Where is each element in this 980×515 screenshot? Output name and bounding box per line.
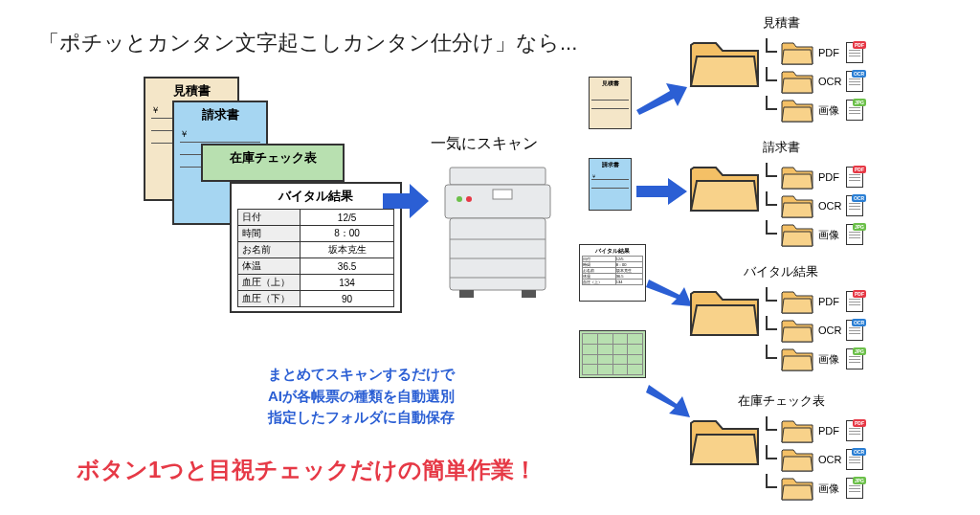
type-ocr: OCR <box>818 200 842 212</box>
type-ocr: OCR <box>818 325 842 336</box>
file-icon: JPG <box>846 348 863 369</box>
folder-icon <box>781 164 814 190</box>
ocr-badge: OCR <box>852 70 866 78</box>
folder-icon <box>781 317 814 344</box>
folder-icon <box>781 288 814 315</box>
svg-rect-0 <box>450 168 546 185</box>
type-img: 画像 <box>818 228 842 242</box>
folder-icon <box>781 446 814 473</box>
folder-icon <box>781 39 814 66</box>
mini-doc-zaiko <box>579 330 646 378</box>
file-icon: JPG <box>846 478 863 499</box>
doc-zaiko-title: 在庫チェック表 <box>209 149 337 167</box>
jpg-badge: JPG <box>853 223 866 231</box>
folder-label: 請求書 <box>699 139 863 156</box>
pdf-badge: PDF <box>853 166 866 173</box>
jpg-badge: JPG <box>853 477 866 484</box>
doc-seikyu-title: 請求書 <box>180 106 260 123</box>
file-icon: PDF <box>846 167 863 188</box>
file-icon: OCR <box>846 449 863 470</box>
type-img: 画像 <box>818 103 842 118</box>
file-icon: JPG <box>846 224 863 245</box>
summary-line: AIが各帳票の種類を自動選別 <box>268 386 455 408</box>
svg-point-4 <box>466 196 472 202</box>
folder-icon <box>689 34 761 91</box>
summary-line: 指定したフォルダに自動保存 <box>268 407 455 429</box>
pdf-badge: PDF <box>853 41 866 49</box>
folder-label: 在庫チェック表 <box>699 392 863 410</box>
svg-rect-9 <box>459 290 474 298</box>
type-pdf: PDF <box>818 171 842 183</box>
split-arrow-up1-icon <box>632 81 689 115</box>
summary-text: まとめてスキャンするだけで AIが各帳票の種類を自動選別 指定したフォルダに自動… <box>268 364 455 429</box>
folder-icon <box>689 282 761 340</box>
mini-doc-vital: バイタル結果 日付12/5 時間8：00 お名前坂本克生 体温36.5 血圧（上… <box>579 244 646 302</box>
type-img: 画像 <box>818 481 842 496</box>
folder-icon <box>781 97 814 123</box>
pdf-badge: PDF <box>853 290 866 298</box>
folder-icon <box>781 68 814 95</box>
mini-doc-mitsumori: 見積書 <box>589 77 632 129</box>
file-icon: OCR <box>846 71 863 92</box>
folder-group-seikyu: 請求書 PDFPDF OCROCR 画像JPG <box>689 139 863 249</box>
svg-rect-2 <box>493 190 512 199</box>
jpg-badge: JPG <box>853 99 866 106</box>
file-icon: OCR <box>846 320 863 341</box>
split-arrow-right-icon <box>636 177 689 206</box>
folder-icon <box>781 475 814 502</box>
pdf-badge: PDF <box>853 419 866 427</box>
folder-icon <box>781 221 814 248</box>
ocr-badge: OCR <box>852 194 866 202</box>
arrow-to-scanner-icon <box>383 182 431 220</box>
svg-point-3 <box>457 196 462 202</box>
ocr-badge: OCR <box>852 319 866 326</box>
split-arrow-down2-icon <box>646 383 694 421</box>
scan-label: 一気にスキャン <box>431 134 538 154</box>
file-icon: PDF <box>846 42 863 63</box>
doc-vital: バイタル結果 日付12/5 時間8：00 お名前坂本克生 体温36.5 血圧（上… <box>230 182 402 313</box>
file-icon: PDF <box>846 420 863 441</box>
folder-icon <box>689 412 761 469</box>
folder-icon <box>781 346 814 372</box>
folder-group-vital: バイタル結果 PDFPDF OCROCR 画像JPG <box>689 263 863 373</box>
file-icon: JPG <box>846 100 863 121</box>
folder-icon <box>689 158 761 215</box>
type-img: 画像 <box>818 352 842 367</box>
yen-line: ￥ <box>180 127 260 143</box>
split-arrow-down1-icon <box>646 278 694 311</box>
summary-line: まとめてスキャンするだけで <box>268 364 455 386</box>
scanner-icon <box>435 158 560 302</box>
doc-mitsumori-title: 見積書 <box>151 82 232 100</box>
type-ocr: OCR <box>818 76 842 87</box>
page-title: 「ポチッとカンタン文字起こしカンタン仕分け」なら... <box>38 29 577 57</box>
doc-zaiko: 在庫チェック表 <box>201 144 345 182</box>
folder-label: 見積書 <box>699 14 863 32</box>
svg-rect-10 <box>522 290 536 298</box>
bottom-callout: ボタン1つと目視チェックだけの簡単作業！ <box>77 455 537 485</box>
folder-icon <box>781 417 814 444</box>
file-icon: PDF <box>846 291 863 312</box>
file-icon: OCR <box>846 195 863 216</box>
ocr-badge: OCR <box>852 448 866 456</box>
mini-doc-seikyu: 請求書 ￥ <box>589 158 632 211</box>
type-pdf: PDF <box>818 296 842 307</box>
type-pdf: PDF <box>818 425 842 437</box>
folder-icon <box>781 192 814 219</box>
type-ocr: OCR <box>818 454 842 465</box>
folder-label: バイタル結果 <box>699 263 863 280</box>
jpg-badge: JPG <box>853 347 866 355</box>
svg-rect-5 <box>450 218 546 290</box>
folder-group-zaiko: 在庫チェック表 PDFPDF OCROCR 画像JPG <box>689 392 863 503</box>
folder-group-mitsumori: 見積書 PDFPDF OCROCR 画像JPG <box>689 14 863 124</box>
type-pdf: PDF <box>818 47 842 58</box>
doc-vital-title: バイタル結果 <box>237 188 394 205</box>
vital-table: 日付12/5 時間8：00 お名前坂本克生 体温36.5 血圧（上）134 血圧… <box>237 209 394 307</box>
